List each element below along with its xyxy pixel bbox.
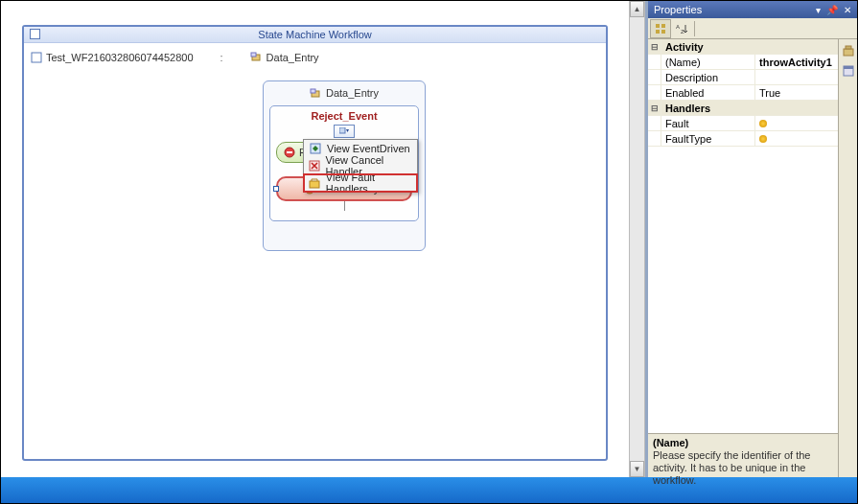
properties-toolbar: AZ	[648, 18, 857, 39]
pin-icon[interactable]: 📌	[826, 5, 838, 15]
collapse-icon[interactable]: ⊟	[648, 39, 661, 54]
prop-row-description[interactable]: Description	[648, 70, 838, 85]
alphabetical-button[interactable]: AZ	[671, 19, 692, 38]
menu-item-view-fault[interactable]: View Fault Handlers	[304, 174, 417, 192]
svg-rect-18	[846, 46, 851, 49]
prop-key: Fault	[661, 116, 755, 130]
scroll-down-button[interactable]: ▼	[630, 461, 644, 477]
prop-value[interactable]: True	[755, 85, 838, 100]
svg-rect-4	[311, 89, 315, 93]
view-context-menu: View EventDriven View Cancel Handler Vie…	[303, 139, 418, 193]
workflow-icon	[30, 51, 42, 63]
strip-toolbox-icon[interactable]	[841, 43, 856, 58]
close-icon[interactable]: ✕	[844, 5, 851, 15]
dropdown-icon[interactable]: ▾	[816, 5, 821, 15]
properties-header[interactable]: Properties ▾ 📌 ✕	[648, 1, 857, 18]
prop-value[interactable]	[755, 70, 838, 84]
properties-panel: Properties ▾ 📌 ✕ AZ ⊟ Activity	[645, 1, 857, 477]
activity-icon	[283, 147, 295, 159]
fault-icon	[309, 176, 321, 190]
connector-line	[344, 201, 345, 211]
designer-surface[interactable]: State Machine Workflow Test_WF2160328060…	[1, 1, 629, 477]
strip-properties-icon[interactable]	[841, 63, 856, 79]
svg-text:A: A	[676, 24, 680, 30]
svg-rect-2	[251, 53, 256, 57]
breadcrumb-item-state[interactable]: Data_Entry	[250, 51, 319, 63]
state-title: Data_Entry	[269, 87, 419, 100]
svg-rect-13	[656, 30, 660, 34]
canvas-checkbox-icon[interactable]	[30, 29, 40, 39]
prop-key: FaultType	[661, 131, 755, 146]
svg-rect-14	[661, 30, 665, 34]
prop-value[interactable]	[755, 116, 838, 130]
menu-label: View Fault Handlers	[326, 172, 412, 195]
desc-title: (Name)	[653, 437, 833, 448]
misc-toolbar-button[interactable]	[697, 19, 718, 38]
categorized-button[interactable]	[650, 19, 671, 38]
canvas-title: State Machine Workflow	[258, 29, 371, 40]
desc-text: Please specify the identifier of the act…	[653, 449, 833, 488]
svg-rect-20	[844, 66, 853, 69]
category-handlers[interactable]: ⊟ Handlers	[648, 101, 838, 116]
prop-row-name[interactable]: (Name) throwActivity1	[648, 55, 838, 70]
prop-row-faulttype[interactable]: FaultType	[648, 131, 838, 147]
property-description: (Name) Please specify the identifier of …	[648, 433, 838, 477]
prop-value[interactable]: throwActivity1	[755, 55, 838, 69]
breadcrumb-item-workflow[interactable]: Test_WF216032806074452800	[30, 51, 194, 63]
breadcrumb-label: Data_Entry	[267, 52, 319, 63]
null-indicator-icon	[759, 135, 767, 143]
breadcrumb: Test_WF216032806074452800 : Data_Entry	[30, 51, 319, 63]
scroll-up-button[interactable]: ▲	[630, 1, 644, 17]
state-icon	[250, 51, 263, 63]
breadcrumb-separator: :	[220, 52, 223, 63]
canvas-title-bar: State Machine Workflow	[24, 27, 606, 43]
breadcrumb-label: Test_WF216032806074452800	[46, 52, 194, 63]
prop-row-fault[interactable]: Fault	[648, 116, 838, 131]
category-activity[interactable]: ⊟ Activity	[648, 39, 838, 55]
event-title: Reject_Event	[276, 110, 412, 122]
svg-rect-17	[844, 49, 853, 56]
prop-key: Description	[661, 70, 755, 84]
collapse-icon[interactable]: ⊟	[648, 101, 661, 115]
null-indicator-icon	[759, 120, 767, 127]
svg-rect-11	[656, 24, 660, 28]
properties-title: Properties	[654, 4, 702, 15]
event-view-dropdown[interactable]	[334, 125, 355, 138]
property-grid[interactable]: ⊟ Activity (Name) throwActivity1 Descrip…	[648, 39, 838, 433]
svg-rect-10	[310, 181, 319, 188]
prop-key: Enabled	[661, 85, 755, 100]
prop-key: (Name)	[661, 55, 755, 69]
cancel-icon	[309, 159, 320, 172]
prop-value[interactable]	[755, 131, 838, 146]
toolbar-separator	[694, 21, 695, 36]
svg-rect-5	[339, 127, 345, 133]
side-tool-strip	[838, 39, 857, 477]
menu-label: View EventDriven	[327, 143, 410, 154]
svg-rect-12	[661, 24, 665, 28]
svg-rect-0	[32, 53, 41, 62]
state-icon	[310, 87, 322, 100]
prop-row-enabled[interactable]: Enabled True	[648, 85, 838, 101]
designer-vscrollbar[interactable]: ▲ ▼	[629, 1, 645, 477]
event-icon	[309, 142, 322, 155]
